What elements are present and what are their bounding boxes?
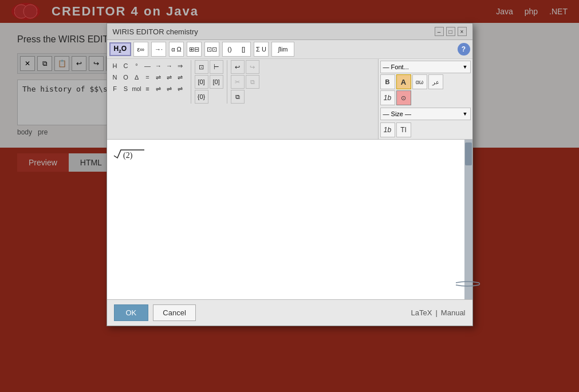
elem-S[interactable]: S	[121, 84, 131, 94]
paren-group: () []	[222, 42, 251, 57]
ok-button[interactable]: OK	[114, 304, 149, 321]
sym-degree[interactable]: °	[132, 61, 142, 71]
format-row-1: B A αω عر	[380, 74, 471, 89]
latex-link[interactable]: LaTeX	[411, 308, 432, 317]
editor-scrollbar[interactable]	[464, 140, 472, 299]
chem-row-2: N O ∆ = ⇌ ⇌ ⇌	[108, 72, 187, 83]
cut-editor-button[interactable]: ✂	[231, 75, 245, 89]
size-label: — Size —	[383, 110, 412, 117]
bracket-0-button[interactable]: [0]	[195, 75, 208, 89]
toolbar-separator-v1	[191, 60, 191, 104]
sym-eq1[interactable]: ⇌	[153, 72, 164, 82]
scroll-thumb[interactable]	[465, 142, 472, 165]
elem-C[interactable]: C	[121, 61, 131, 71]
dialog-footer: OK Cancel LaTeX | Manual	[107, 299, 472, 326]
integral-group: ∫lim	[271, 42, 294, 57]
minimize-button[interactable]: –	[435, 27, 444, 36]
sym-dash[interactable]: —	[143, 61, 153, 71]
chem-row-3: F S mol ≡ ⇌ ⇌ ⇌	[108, 83, 187, 94]
grid-symbols: ⊡ ⊢ [0] [0] {0}	[195, 60, 223, 104]
undo-editor-button[interactable]: ↩	[231, 60, 245, 74]
sym-delta[interactable]: ∆	[132, 72, 142, 82]
wiris-watermark	[453, 278, 484, 290]
elem-N[interactable]: N	[110, 72, 120, 82]
italic-button[interactable]: 1b	[380, 90, 395, 105]
math-svg: (2)	[113, 145, 147, 163]
bracket-0b-button[interactable]: [0]	[210, 75, 223, 89]
toolbar-separator-v2	[227, 60, 227, 104]
grid-row-2: [0] [0]	[195, 75, 223, 89]
epsilon-group: ε∞	[133, 42, 148, 57]
box2-button[interactable]: ⊡⊡	[205, 42, 219, 56]
size-dropdown-arrow: ▼	[463, 111, 468, 117]
wiris-side-logo	[463, 263, 474, 294]
logo-svg	[453, 278, 482, 290]
close-button[interactable]: ×	[458, 27, 467, 36]
footer-links: LaTeX | Manual	[411, 308, 466, 317]
chem-row-1: H C ° — → → ⇒	[108, 60, 187, 72]
font-label: — Font...	[383, 64, 409, 70]
grid-btn-1[interactable]: ⊡	[195, 60, 208, 74]
grid-row-1: ⊡ ⊢	[195, 60, 223, 74]
svg-text:(2): (2)	[123, 151, 133, 160]
highlight-button[interactable]: A	[396, 74, 411, 89]
box1-button[interactable]: ⊞⊟	[187, 42, 201, 56]
sym-eq3[interactable]: ⇌	[175, 72, 186, 82]
grid-row-3: {0}	[195, 90, 223, 104]
bold-format-button[interactable]: B	[380, 74, 395, 89]
dialog-titlebar: WIRIS EDITOR chemistry – □ ×	[107, 23, 472, 40]
sym-eq2[interactable]: ⇌	[164, 72, 175, 82]
font-row: — Font... ▼	[380, 61, 471, 73]
edit-buttons: ↩ ↪ ✂ ⧉ ⧉	[231, 60, 259, 104]
sub-copy-button[interactable]: ⧉	[231, 90, 245, 104]
font-dropdown[interactable]: — Font... ▼	[380, 61, 471, 73]
chem-and-symbols: H C ° — → → ⇒ N O	[108, 60, 377, 104]
h2o-tab-button[interactable]: H2O	[109, 42, 131, 56]
sym-arrow3[interactable]: ⇒	[175, 61, 186, 71]
chem-left-panel: H C ° — → → ⇒ N O	[107, 59, 378, 139]
arrow-group: →·	[151, 42, 166, 57]
modal-overlay: WIRIS EDITOR chemistry – □ × H2O ε∞	[0, 0, 579, 392]
cancel-button[interactable]: Cancel	[153, 304, 195, 321]
paren-button[interactable]: ()	[223, 42, 237, 56]
wiris-dialog: WIRIS EDITOR chemistry – □ × H2O ε∞	[107, 23, 473, 326]
epsilon-inf-button[interactable]: ε∞	[134, 42, 148, 56]
sym-arrow2[interactable]: →	[164, 61, 175, 71]
format-row-2: 1b ⊙	[380, 90, 471, 105]
elem-O[interactable]: O	[121, 72, 131, 82]
math-canvas[interactable]: (2)	[107, 140, 464, 299]
sym-triple[interactable]: ≡	[143, 84, 153, 94]
wiris-toolbar-area: H2O ε∞ →· α Ω ⊞⊟ ⊡⊡ ()	[107, 40, 472, 140]
integral-lim-button[interactable]: ∫lim	[272, 42, 294, 56]
sym-equals[interactable]: =	[143, 72, 153, 82]
sym-mol[interactable]: mol	[132, 84, 142, 94]
sym-arrow1[interactable]: →	[153, 61, 164, 71]
sigma-group: Σ U	[254, 42, 269, 57]
size-dropdown[interactable]: — Size — ▼	[380, 108, 471, 120]
sym-eq5[interactable]: ⇌	[164, 84, 175, 94]
elem-H[interactable]: H	[110, 61, 120, 71]
sym-eq6[interactable]: ⇌	[175, 84, 186, 94]
sigma-u-button[interactable]: Σ U	[254, 42, 268, 56]
grid-btn-2[interactable]: ⊢	[210, 60, 223, 74]
edit-row-1: ↩ ↪	[231, 60, 259, 74]
curly-0-button[interactable]: {0}	[195, 90, 208, 104]
bracket-button[interactable]: []	[237, 42, 250, 56]
elem-F[interactable]: F	[110, 84, 120, 94]
alpha-omega-button[interactable]: α Ω	[170, 42, 183, 56]
text-icon-button[interactable]: TI	[396, 122, 411, 137]
maximize-button[interactable]: □	[446, 27, 455, 36]
manual-link[interactable]: Manual	[441, 308, 466, 317]
arabic-format-button[interactable]: عر	[428, 74, 443, 89]
toolbar-row-1: H2O ε∞ →· α Ω ⊞⊟ ⊡⊡ ()	[107, 40, 472, 59]
dialog-title: WIRIS EDITOR chemistry	[113, 27, 198, 36]
italic2-button[interactable]: 1b	[380, 122, 395, 137]
greek-format-button[interactable]: αω	[412, 74, 427, 89]
sym-eq4[interactable]: ⇌	[153, 84, 164, 94]
arrow-dot-button[interactable]: →·	[152, 42, 166, 56]
copy-editor-button[interactable]: ⧉	[246, 75, 259, 89]
help-button[interactable]: ?	[458, 43, 470, 56]
circle-button[interactable]: ⊙	[396, 90, 411, 105]
alpha-group: α Ω	[169, 42, 184, 57]
redo-editor-button[interactable]: ↪	[246, 60, 259, 74]
